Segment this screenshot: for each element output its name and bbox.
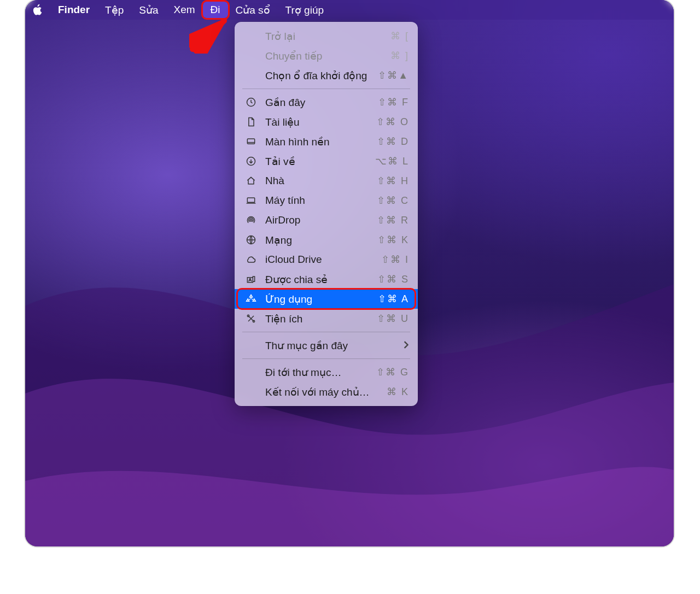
home-icon xyxy=(244,175,258,186)
menu-item[interactable]: Nhà⇧⌘ H xyxy=(235,171,418,191)
menu-item-label: Tài liệu xyxy=(265,116,376,128)
menu-item[interactable]: iCloud Drive⇧⌘ I xyxy=(235,250,418,269)
menu-item-label: Gần đây xyxy=(265,96,378,109)
menu-item-label: Nhà xyxy=(265,175,377,187)
apple-logo-icon[interactable] xyxy=(33,4,45,16)
menubar-item-file[interactable]: Tệp xyxy=(97,2,131,19)
menu-item-shortcut: ⇧⌘ H xyxy=(377,175,409,187)
clock-icon xyxy=(244,97,258,108)
menubar-item-help[interactable]: Trợ giúp xyxy=(278,2,331,19)
menubar-item-window[interactable]: Cửa sổ xyxy=(228,2,278,19)
menu-item-shortcut: ⇧⌘ O xyxy=(376,116,409,128)
menu-item[interactable]: Chọn ổ đĩa khởi động⇧⌘▲ xyxy=(235,66,418,85)
menu-item[interactable]: Thư mục gần đây xyxy=(235,336,418,355)
menu-item-label: Màn hình nền xyxy=(265,136,377,148)
menu-item[interactable]: Màn hình nền⇧⌘ D xyxy=(235,132,418,151)
menu-item[interactable]: Được chia sẻ⇧⌘ S xyxy=(235,269,418,289)
menu-item[interactable]: Tải về⌥⌘ L xyxy=(235,151,418,171)
menu-item[interactable]: Máy tính⇧⌘ C xyxy=(235,191,418,210)
menu-item-label: Tải về xyxy=(265,155,375,168)
menu-item-label: Chọn ổ đĩa khởi động xyxy=(265,69,378,82)
menu-item-label: Chuyển tiếp xyxy=(265,50,390,62)
menu-item-shortcut: ⇧⌘ F xyxy=(378,96,409,108)
menu-item-shortcut: ⇧⌘ K xyxy=(377,234,409,246)
menu-item-shortcut: ⇧⌘ U xyxy=(377,313,409,325)
menu-item-shortcut: ⇧⌘ G xyxy=(376,366,409,378)
menu-item-label: Tiện ích xyxy=(265,313,377,325)
menu-item-shortcut: ⇧⌘ A xyxy=(378,293,409,305)
tools-icon xyxy=(244,313,258,324)
menu-item-label: Ứng dụng xyxy=(265,293,378,305)
menubar-item-go[interactable]: Đi xyxy=(203,2,228,18)
screenshot-frame: Finder Tệp Sửa Xem Đi Cửa sổ Trợ giúp Tr… xyxy=(25,0,674,546)
go-dropdown-menu: Trở lại⌘ [Chuyển tiếp⌘ ]Chọn ổ đĩa khởi … xyxy=(235,22,418,406)
computer-icon xyxy=(244,195,258,206)
menu-item: Trở lại⌘ [ xyxy=(235,26,418,46)
menu-item[interactable]: Mạng⇧⌘ K xyxy=(235,230,418,250)
menu-item-label: Được chia sẻ xyxy=(265,273,377,286)
menubar-item-view[interactable]: Xem xyxy=(166,2,203,18)
menu-item-label: Thư mục gần đây xyxy=(265,339,402,352)
menu-separator xyxy=(242,332,410,332)
menu-item-shortcut: ⇧⌘ C xyxy=(377,195,409,207)
menu-item[interactable]: AirDrop⇧⌘ R xyxy=(235,210,418,230)
svg-rect-4 xyxy=(247,198,254,202)
airdrop-icon xyxy=(244,215,258,226)
menu-item[interactable]: Tiện ích⇧⌘ U xyxy=(235,309,418,328)
menu-item-label: iCloud Drive xyxy=(265,254,381,266)
menu-separator xyxy=(242,89,410,89)
doc-icon xyxy=(244,116,258,127)
menu-item-label: Trở lại xyxy=(265,30,390,43)
menu-item-shortcut: ⌘ ] xyxy=(390,50,409,62)
menu-item-shortcut: ⌘ K xyxy=(387,386,409,398)
menu-item: Chuyển tiếp⌘ ] xyxy=(235,46,418,66)
menu-item-label: Kết nối với máy chủ… xyxy=(265,386,387,398)
menubar: Finder Tệp Sửa Xem Đi Cửa sổ Trợ giúp xyxy=(25,0,674,20)
menu-item-shortcut: ⇧⌘ D xyxy=(377,136,409,148)
menu-item-label: Máy tính xyxy=(265,195,377,207)
menu-item[interactable]: Đi tới thư mục…⇧⌘ G xyxy=(235,362,418,382)
chevron-right-icon xyxy=(402,339,409,351)
svg-point-5 xyxy=(250,219,252,221)
menu-item-shortcut: ⇧⌘ R xyxy=(377,214,409,226)
shared-icon xyxy=(244,274,258,285)
menu-item[interactable]: Kết nối với máy chủ…⌘ K xyxy=(235,382,418,402)
menubar-item-edit[interactable]: Sửa xyxy=(131,2,166,19)
menu-item-label: Mạng xyxy=(265,234,377,246)
menu-item-shortcut: ⇧⌘▲ xyxy=(378,69,409,81)
menu-item-label: AirDrop xyxy=(265,214,377,226)
menu-item[interactable]: Gần đây⇧⌘ F xyxy=(235,92,418,112)
download-icon xyxy=(244,156,258,167)
menubar-app-name[interactable]: Finder xyxy=(50,2,97,18)
svg-point-7 xyxy=(249,279,251,280)
menu-separator xyxy=(242,358,410,359)
menu-item-shortcut: ⌥⌘ L xyxy=(375,155,409,167)
desktop-icon xyxy=(244,136,258,147)
globe-icon xyxy=(244,234,258,245)
menu-item-shortcut: ⇧⌘ S xyxy=(377,273,409,285)
menu-item-shortcut: ⇧⌘ I xyxy=(381,254,409,266)
svg-rect-2 xyxy=(247,139,254,144)
menu-item-label: Đi tới thư mục… xyxy=(265,366,376,379)
menu-item[interactable]: Tài liệu⇧⌘ O xyxy=(235,112,418,132)
menu-item[interactable]: Ứng dụng⇧⌘ A xyxy=(235,289,418,309)
apps-icon xyxy=(244,293,258,304)
cloud-icon xyxy=(244,254,258,265)
menu-item-shortcut: ⌘ [ xyxy=(390,30,409,42)
